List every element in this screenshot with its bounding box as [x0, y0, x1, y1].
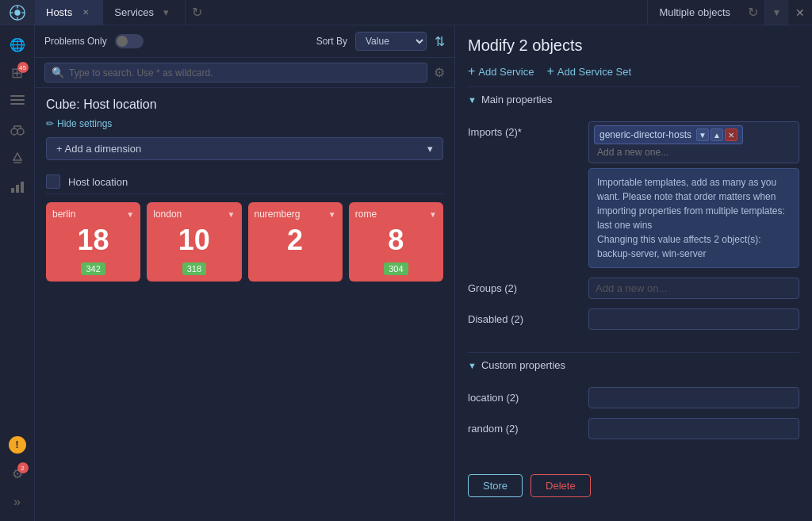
- hide-settings-icon: ✏: [46, 118, 54, 129]
- svg-point-9: [11, 128, 17, 135]
- sort-direction-icon[interactable]: ⇅: [435, 34, 445, 49]
- custom-properties-section: ▼ Custom properties location (2) nurembe…: [455, 352, 812, 462]
- problems-only-label: Problems Only: [44, 36, 107, 47]
- main-properties-header[interactable]: ▼ Main properties: [468, 86, 799, 112]
- tab-hosts-label: Hosts: [46, 6, 72, 18]
- delete-button[interactable]: Delete: [530, 474, 591, 497]
- tab-services[interactable]: Services ▾: [103, 0, 186, 25]
- host-card-nuremberg-filter[interactable]: ▼: [328, 210, 336, 219]
- cube-title: Cube: Host location: [46, 98, 443, 112]
- import-tag-generic: generic-director-hosts ▼ ▲ ✕: [594, 125, 743, 144]
- right-panel-refresh[interactable]: ↻: [741, 5, 764, 20]
- tab-hosts-close[interactable]: ✕: [80, 7, 91, 18]
- host-card-berlin-count: 18: [78, 226, 109, 255]
- hide-settings-link[interactable]: ✏ Hide settings: [46, 118, 443, 129]
- add-service-set-label: Add Service Set: [557, 66, 631, 78]
- binoculars-icon[interactable]: [5, 117, 30, 143]
- right-panel-tab-label: Multiple objects: [659, 6, 730, 18]
- layers-icon[interactable]: [5, 89, 30, 114]
- right-panel-close[interactable]: ✕: [795, 7, 806, 18]
- imports-row: Imports (2)* generic-director-hosts ▼ ▲ …: [468, 121, 799, 268]
- recycle-icon[interactable]: [5, 146, 30, 171]
- tab-services-dropdown[interactable]: ▾: [159, 6, 174, 18]
- tab-hosts[interactable]: Hosts ✕: [35, 0, 103, 25]
- host-card-rome[interactable]: rome ▼ 8 304: [349, 202, 443, 282]
- disabled-row: Disabled (2) No: [468, 308, 799, 330]
- modify-actions: + Add Service + Add Service Set: [468, 64, 799, 79]
- host-card-rome-count: 8: [388, 226, 404, 255]
- custom-properties-header[interactable]: ▼ Custom properties: [468, 352, 799, 377]
- svg-rect-12: [16, 185, 19, 193]
- main-section-arrow: ▼: [468, 95, 477, 105]
- host-card-berlin-city: berlin: [52, 209, 75, 220]
- grid-badge: 45: [17, 62, 29, 73]
- hide-settings-label: Hide settings: [57, 118, 112, 129]
- right-panel-collapse[interactable]: ▼: [764, 0, 788, 25]
- import-tag-actions: ▼ ▲ ✕: [696, 128, 737, 141]
- svg-rect-6: [10, 95, 25, 97]
- location-label: location (2): [468, 387, 579, 404]
- svg-rect-8: [10, 103, 25, 105]
- globe-icon[interactable]: 🌐: [5, 32, 30, 57]
- custom-section-arrow: ▼: [468, 361, 477, 370]
- sort-select[interactable]: Value: [355, 32, 427, 51]
- search-icon: 🔍: [52, 67, 64, 79]
- imports-container: generic-director-hosts ▼ ▲ ✕: [588, 121, 799, 163]
- svg-rect-7: [10, 99, 25, 101]
- search-input[interactable]: [69, 67, 420, 79]
- chart-icon[interactable]: [5, 174, 30, 200]
- toolbar: Problems Only Sort By Value ⇅: [35, 25, 454, 58]
- host-card-berlin-badge: 342: [81, 262, 105, 275]
- host-card-berlin[interactable]: berlin ▼ 18 342: [46, 202, 140, 282]
- content-area: Problems Only Sort By Value ⇅ 🔍 ⚙: [35, 25, 812, 521]
- right-panel: Modify 2 objects + Add Service + Add Ser…: [455, 25, 812, 521]
- groups-input[interactable]: [588, 278, 799, 299]
- location-row: location (2) nuremberg: [468, 387, 799, 408]
- sidebar: 🌐 ⊞ 45: [0, 25, 35, 521]
- import-tag-text: generic-director-hosts: [599, 129, 691, 140]
- table-column-label: Host location: [68, 176, 128, 188]
- main-properties-section: ▼ Main properties Imports (2)* generic-d…: [455, 86, 812, 352]
- alert-icon[interactable]: !: [5, 432, 30, 458]
- add-dimension-button[interactable]: + Add a dimension ▾: [46, 137, 443, 160]
- settings-badge: 2: [17, 462, 29, 473]
- add-service-plus: +: [468, 64, 475, 79]
- add-service-set-button[interactable]: + Add Service Set: [546, 64, 631, 79]
- imports-new-input[interactable]: [594, 145, 719, 159]
- location-value: nuremberg: [588, 387, 799, 408]
- toggle-knob: [117, 36, 128, 47]
- settings-icon[interactable]: ⚙ 2: [5, 461, 30, 486]
- host-card-rome-badge: 304: [384, 262, 408, 275]
- imports-info-box: Importable templates, add as many as you…: [588, 168, 799, 268]
- action-buttons: Store Delete: [455, 462, 812, 510]
- sidebar-bottom: ! ⚙ 2 »: [5, 432, 30, 521]
- problems-only-toggle[interactable]: [115, 34, 144, 48]
- grid-icon[interactable]: ⊞ 45: [5, 60, 30, 86]
- add-service-button[interactable]: + Add Service: [468, 64, 534, 79]
- disabled-input[interactable]: No: [588, 308, 799, 330]
- disabled-value: No: [588, 308, 799, 330]
- random-input[interactable]: 1: [588, 418, 799, 439]
- store-button[interactable]: Store: [468, 474, 523, 497]
- right-panel-tab[interactable]: Multiple objects: [648, 6, 741, 18]
- host-card-london[interactable]: london ▼ 10 318: [147, 202, 241, 282]
- svg-rect-13: [21, 182, 24, 193]
- import-tag-up[interactable]: ▲: [710, 128, 723, 141]
- add-dimension-chevron: ▾: [427, 143, 433, 155]
- location-input[interactable]: nuremberg: [588, 387, 799, 408]
- search-settings-icon[interactable]: ⚙: [434, 65, 445, 80]
- tab-refresh[interactable]: ↻: [186, 0, 209, 25]
- expand-sidebar-icon[interactable]: »: [5, 489, 30, 515]
- host-card-london-filter[interactable]: ▼: [228, 210, 236, 219]
- top-bar: Hosts ✕ Services ▾ ↻ Multiple objects ↻ …: [0, 0, 812, 25]
- host-card-nuremberg[interactable]: nuremberg ▼ 2: [248, 202, 343, 282]
- host-card-rome-filter[interactable]: ▼: [429, 210, 437, 219]
- host-card-berlin-filter[interactable]: ▼: [126, 210, 134, 219]
- main-layout: 🌐 ⊞ 45: [0, 25, 812, 521]
- import-tag-down[interactable]: ▼: [696, 128, 709, 141]
- select-all-checkbox[interactable]: [46, 174, 60, 189]
- import-tag-remove[interactable]: ✕: [725, 128, 737, 141]
- tab-services-label: Services: [114, 6, 154, 18]
- custom-section-label: Custom properties: [481, 359, 565, 371]
- search-input-wrap: 🔍: [44, 63, 427, 82]
